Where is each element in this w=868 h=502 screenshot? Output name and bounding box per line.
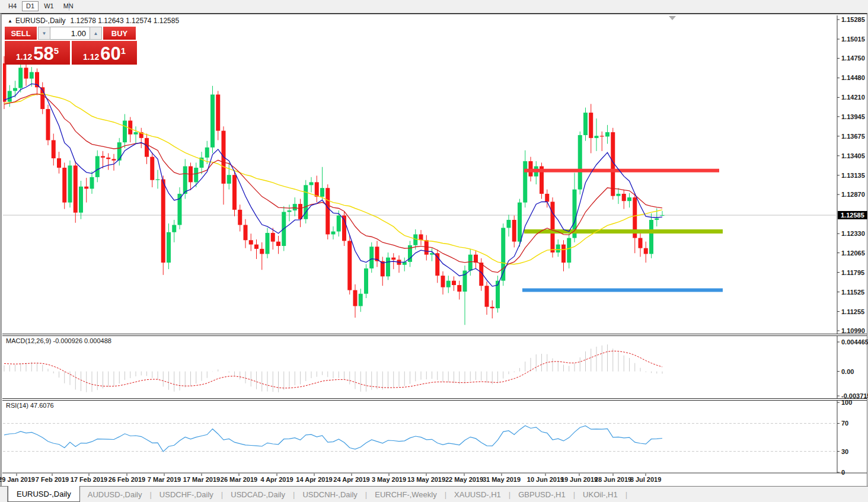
price-axis-label: 1.11525	[841, 289, 864, 296]
price-axis-label: 1.11795	[841, 269, 864, 276]
toolbar-separator	[69, 2, 69, 11]
date-axis-label: 14 Apr 2019	[296, 476, 332, 483]
chart-tab-xauusd-h1[interactable]: XAUUSD-,H1	[446, 487, 509, 502]
price-axis-label: 1.13945	[841, 113, 865, 120]
date-axis-label: 22 May 2019	[445, 476, 483, 483]
timeframe-toolbar: H4D1W1MN	[0, 0, 868, 13]
timeframe-button-w1[interactable]: W1	[40, 1, 58, 11]
chart-tab-ukoil-h1[interactable]: UKOil-,H1	[575, 487, 626, 502]
price-axis-label: 1.14480	[841, 74, 865, 81]
buy-price-box[interactable]: 1.12 60 1	[72, 41, 137, 65]
date-axis-label: 29 Jan 2019	[0, 476, 35, 483]
chart-collapse-icon[interactable]: ▲	[8, 18, 12, 24]
sell-price-base: 1.12	[16, 51, 32, 63]
chart-tab-gbpusd-h1[interactable]: GBPUSD-,H1	[510, 487, 573, 502]
price-axis-label: 1.14210	[841, 94, 865, 101]
date-axis-label: 26 Mar 2019	[221, 476, 257, 483]
volume-decrease-icon[interactable]: ▼	[38, 27, 50, 40]
mt4-terminal: H4D1W1MN ▲EURUSD-,Daily1.12578 1.12643 1…	[0, 0, 868, 502]
price-axis-label: 1.15015	[841, 36, 865, 43]
date-axis-label: 28 Jun 2019	[595, 476, 631, 483]
macd-pane-splitter[interactable]	[2, 334, 867, 336]
price-axis-label: 1.13135	[841, 172, 865, 179]
date-axis-label: 3 May 2019	[372, 476, 406, 483]
chart-tab-bar: EURUSD-,DailyAUDUSD-,Daily|USDCHF-,Daily…	[0, 486, 868, 502]
price-axis-label: 1.12870	[841, 191, 865, 198]
rsi-axis-label: 70	[841, 420, 848, 427]
timeframe-buttons: H4D1W1MN	[4, 0, 78, 11]
tab-separator: |	[626, 487, 627, 502]
chart-tab-audusd-daily[interactable]: AUDUSD-,Daily	[80, 487, 150, 502]
date-axis-label: 7 Feb 2019	[36, 476, 69, 483]
price-axis-label: 1.13405	[841, 152, 865, 159]
rsi-axis-label: 100	[841, 399, 852, 406]
chart-tab-usdcnh-daily[interactable]: USDCNH-,Daily	[295, 487, 365, 502]
macd-axis-label: 0.004465	[841, 338, 868, 346]
date-axis-label: 24 Apr 2019	[333, 476, 369, 483]
date-axis-label: 17 Feb 2019	[71, 476, 107, 483]
date-axis-label: 26 Feb 2019	[108, 476, 145, 483]
date-axis-label: 8 Jul 2019	[630, 476, 662, 483]
price-axis-label: 1.12330	[841, 230, 865, 237]
price-axis-label: 1.12065	[841, 250, 865, 257]
volume-stepper: ▼ ▲	[38, 27, 102, 40]
buy-price-pip: 1	[121, 46, 126, 55]
price-axis-label: 1.14750	[841, 55, 865, 62]
chart-tab-usdchf-daily[interactable]: USDCHF-,Daily	[152, 487, 221, 502]
date-axis-label: 10 Jun 2019	[527, 476, 564, 483]
chart-shift-marker-icon[interactable]	[669, 16, 676, 20]
chart-symbol-label: EURUSD-,Daily	[15, 17, 66, 25]
chart-window[interactable]	[0, 13, 867, 486]
tab-scroll-notch[interactable]	[0, 487, 8, 502]
timeframe-button-h4[interactable]: H4	[4, 1, 21, 11]
macd-axis-label: 0.00	[841, 368, 854, 375]
rsi-axis-label: 30	[841, 448, 848, 455]
sell-price-big: 58	[33, 45, 53, 63]
price-axis-label: 1.10990	[841, 327, 865, 334]
rsi-indicator-label: RSI(14) 47.6076	[6, 402, 54, 409]
sell-price-box[interactable]: 1.12 58 5	[5, 41, 70, 65]
date-axis-label: 17 Mar 2019	[183, 476, 220, 483]
current-price-tag: 1.12585	[838, 211, 867, 219]
price-axis-label: 1.11255	[841, 308, 864, 315]
chart-tab-usdcad-daily[interactable]: USDCAD-,Daily	[223, 487, 293, 502]
date-axis-label: 4 Apr 2019	[260, 476, 293, 483]
one-click-trading-panel: SELL ▼ ▲ BUY 1.12 58 5 1.12 60 1	[5, 27, 138, 65]
chart-ohlc-values: 1.12578 1.12643 1.12574 1.12585	[71, 17, 180, 25]
rsi-axis-label: 0	[841, 469, 845, 476]
chart-tab-eurchf-weekly[interactable]: EURCHF-,Weekly	[367, 487, 445, 502]
sell-price-pip: 5	[54, 46, 59, 55]
chart-title: ▲EURUSD-,Daily1.12578 1.12643 1.12574 1.…	[8, 17, 179, 25]
volume-increase-icon[interactable]: ▲	[90, 27, 102, 40]
date-axis-label: 19 Jun 2019	[561, 476, 598, 483]
buy-button[interactable]: BUY	[103, 27, 136, 40]
chart-tab-eurusd-daily[interactable]: EURUSD-,Daily	[8, 486, 80, 502]
macd-indicator-label: MACD(12,26,9) -0.000926 0.000488	[6, 337, 111, 344]
date-axis-label: 31 May 2019	[483, 476, 521, 483]
timeframe-button-d1[interactable]: D1	[22, 1, 39, 11]
rsi-pane-splitter[interactable]	[2, 398, 867, 401]
price-axis-label: 1.13675	[841, 133, 865, 140]
volume-input[interactable]	[50, 27, 90, 40]
sell-button[interactable]: SELL	[5, 27, 37, 40]
buy-price-base: 1.12	[83, 51, 99, 63]
date-axis-label: 7 Mar 2019	[148, 476, 181, 483]
buy-price-big: 60	[100, 45, 120, 63]
price-axis-label: 1.15285	[841, 16, 865, 23]
date-axis-label: 13 May 2019	[407, 476, 445, 483]
